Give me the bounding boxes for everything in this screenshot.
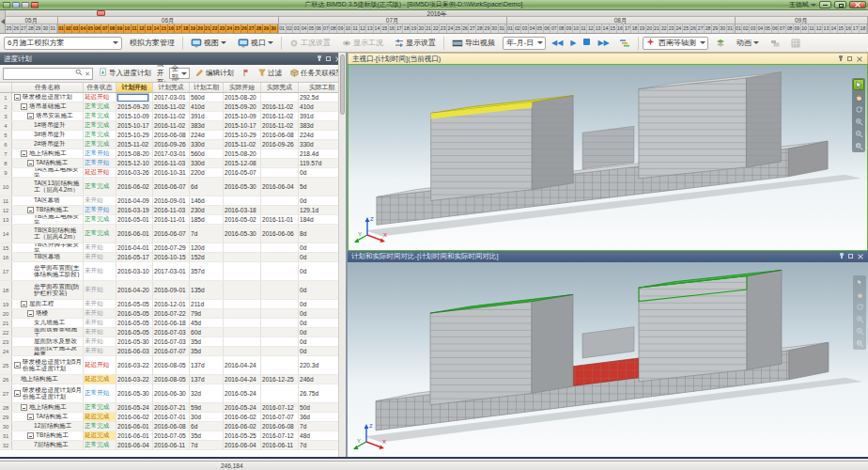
- planned-duration-cell[interactable]: 30d: [190, 413, 224, 421]
- timeline-day-cell[interactable]: 15: [381, 24, 389, 33]
- planned-duration-cell[interactable]: 560d: [190, 93, 224, 102]
- timeline-day-cell[interactable]: 25: [683, 24, 690, 33]
- actual-start-cell[interactable]: 2015-08-20: [224, 149, 261, 158]
- table-row[interactable]: 62#塔吊提升正常完成2015-11-022016-09-26330d2015-…: [0, 140, 346, 149]
- grid-icon-button[interactable]: [787, 36, 804, 51]
- planned-duration-cell[interactable]: 35d: [190, 431, 224, 440]
- task-name-cell[interactable]: 总平面布置图(主体结构施工阶段): [12, 262, 84, 280]
- timeline-day-cell[interactable]: 19: [190, 24, 197, 33]
- column-header[interactable]: 实际开始: [224, 83, 261, 92]
- vertical-scrollbar[interactable]: [338, 53, 346, 457]
- planned-duration-cell[interactable]: 330d: [190, 140, 224, 149]
- actual-end-cell[interactable]: 2016-06-06: [261, 225, 299, 243]
- timeline-day-cell[interactable]: 24: [447, 24, 455, 33]
- table-row[interactable]: 12TB结构施工正常开始2016-03-192016-11-03230d2016…: [0, 206, 346, 215]
- timeline-day-cell[interactable]: 26: [241, 24, 249, 33]
- close-icon[interactable]: [856, 55, 863, 63]
- task-status-cell[interactable]: 未开始: [84, 262, 116, 280]
- timeline-day-cell[interactable]: 27: [248, 24, 256, 33]
- table-row[interactable]: 26地上结构施工延迟完成2016-03-222016-08-05137d2016…: [0, 375, 346, 384]
- planned-duration-cell[interactable]: 79d: [190, 309, 224, 318]
- planned-end-cell[interactable]: 2017-03-01: [153, 149, 190, 158]
- select-tool-icon[interactable]: [854, 276, 865, 288]
- planned-duration-cell[interactable]: 35d: [190, 337, 224, 346]
- timeline-day-cell[interactable]: 06: [772, 24, 780, 33]
- table-row[interactable]: 8TA结构施工正常开始2015-12-102016-11-03330d2015-…: [0, 159, 346, 168]
- timeline-day-cell[interactable]: 10: [801, 24, 809, 33]
- actual-end-cell[interactable]: 2016-12-25: [261, 375, 299, 384]
- timeline-day-cell[interactable]: 25: [6, 24, 13, 33]
- timeline-day-cell[interactable]: 20: [646, 24, 654, 33]
- timeline-day-cell[interactable]: 28: [705, 24, 712, 33]
- task-status-cell[interactable]: 未开始: [84, 328, 116, 337]
- timeline-day-cell[interactable]: 18: [403, 24, 411, 33]
- timeline-day-cell[interactable]: 06: [316, 24, 323, 33]
- task-status-cell[interactable]: 未开始: [84, 196, 116, 205]
- table-row[interactable]: 14TB区8层结构施工（层高4.2m）正常完成2016-06-012016-06…: [0, 225, 346, 243]
- timeline-day-cell[interactable]: 03: [293, 24, 301, 33]
- view-button[interactable]: 视图: [187, 36, 230, 51]
- planned-end-cell[interactable]: 2016-09-01: [153, 281, 190, 299]
- tree-collapse-icon[interactable]: [14, 94, 21, 101]
- planned-duration-cell[interactable]: 220d: [190, 168, 224, 177]
- pin-icon[interactable]: [316, 55, 323, 63]
- task-status-cell[interactable]: 延迟开始: [84, 168, 116, 177]
- table-row[interactable]: 15TB区外脚手架安装未开始2016-04-012016-07-29120d0d: [0, 243, 346, 253]
- timeline-day-cell[interactable]: 14: [602, 24, 610, 33]
- undo-icon[interactable]: [22, 2, 29, 8]
- pin-icon[interactable]: [837, 55, 845, 63]
- timeline-day-cell[interactable]: 30: [491, 24, 499, 33]
- task-status-cell[interactable]: 延迟开始: [84, 93, 116, 102]
- timeline-day-cell[interactable]: 14: [153, 24, 161, 33]
- select-tool-icon[interactable]: [853, 79, 864, 90]
- planned-start-cell[interactable]: 2016-06-01: [116, 431, 153, 440]
- fast-forward-button[interactable]: ▶▶: [596, 36, 611, 51]
- timeline-day-cell[interactable]: 29: [712, 24, 720, 33]
- planned-duration-cell[interactable]: 35d: [190, 347, 224, 355]
- task-status-cell[interactable]: 正常完成: [84, 131, 116, 139]
- actual-start-cell[interactable]: 2015-11-02: [224, 140, 261, 149]
- actual-end-cell[interactable]: [261, 206, 299, 214]
- timeline-day-cell[interactable]: 29: [35, 24, 42, 33]
- export-video-button[interactable]: 导出视频: [448, 36, 499, 51]
- planned-duration-cell[interactable]: 137d: [190, 375, 224, 384]
- actual-start-cell[interactable]: 2015-10-09: [224, 112, 261, 120]
- task-name-cell[interactable]: TB区施工电梯安装: [12, 215, 84, 224]
- timeline-day-cell[interactable]: 12: [587, 24, 595, 33]
- planned-end-cell[interactable]: 2016-12-01: [153, 300, 190, 308]
- timeline-day-cell[interactable]: 12: [815, 24, 823, 33]
- planned-duration-cell[interactable]: 146d: [190, 196, 224, 205]
- table-row[interactable]: 21女儿墙施工未开始2016-05-052016-06-1845d0d: [0, 319, 346, 328]
- planned-end-cell[interactable]: 2016-07-03: [153, 328, 190, 337]
- timeline-day-cell[interactable]: 24: [675, 24, 683, 33]
- actual-start-cell[interactable]: [224, 196, 261, 205]
- actual-end-cell[interactable]: [261, 281, 299, 299]
- zoom-window-tool-icon[interactable]: [853, 140, 864, 151]
- timeline-day-cell[interactable]: 19: [411, 24, 418, 33]
- gantt-button[interactable]: [615, 36, 634, 51]
- actual-start-cell[interactable]: [224, 300, 261, 308]
- main-viewport-canvas[interactable]: Z X Y: [348, 64, 868, 251]
- actual-start-cell[interactable]: 2015-12-08: [224, 159, 261, 167]
- timeline-day-cell[interactable]: 15: [838, 24, 845, 33]
- planned-start-cell[interactable]: 2016-05-24: [116, 403, 153, 412]
- planned-duration-cell[interactable]: 230d: [190, 206, 224, 214]
- planned-start-cell[interactable]: 2016-06-03: [116, 347, 153, 355]
- date-edit-input[interactable]: [117, 94, 148, 102]
- table-row[interactable]: 25研发楼总进度计划5月份施工进度计划延迟开始2016-03-222016-08…: [0, 356, 346, 375]
- timeline-day-cell[interactable]: 05: [87, 24, 95, 33]
- tree-collapse-icon[interactable]: [27, 310, 34, 317]
- scrollbar-thumb[interactable]: [340, 55, 345, 115]
- timeline-day-cell[interactable]: 09: [566, 24, 573, 33]
- planned-end-cell[interactable]: 2016-08-05: [153, 375, 190, 384]
- pan-tool-icon[interactable]: [854, 289, 865, 300]
- timeline-day-cell[interactable]: 28: [476, 24, 484, 33]
- timeline-day-cell[interactable]: 08: [786, 24, 794, 33]
- timeline-day-cell[interactable]: 22: [660, 24, 668, 33]
- task-status-cell[interactable]: 未开始: [84, 347, 116, 355]
- actual-end-cell[interactable]: [261, 196, 299, 205]
- actual-start-cell[interactable]: 2016-06-02: [224, 413, 261, 421]
- table-row[interactable]: 10TA区13层结构施工（层高4.2m）正常完成2016-06-022016-0…: [0, 178, 346, 196]
- timeline-day-cell[interactable]: 28: [27, 24, 35, 33]
- task-name-cell[interactable]: TB区外脚手架安装: [12, 243, 84, 252]
